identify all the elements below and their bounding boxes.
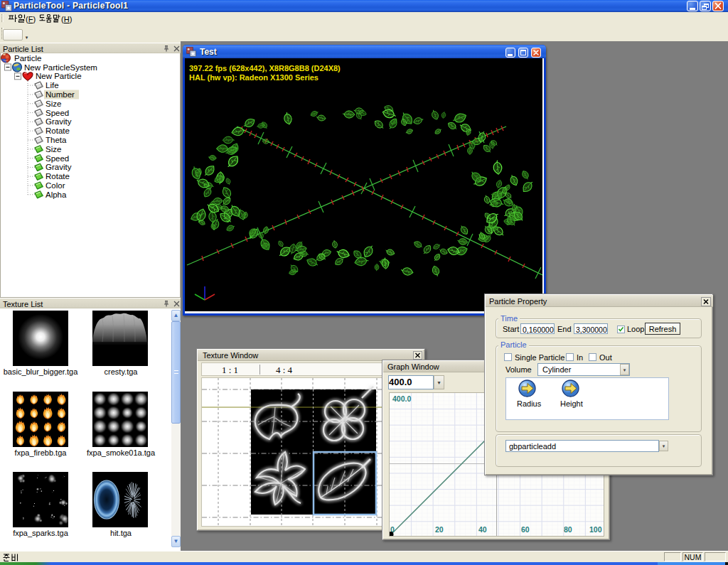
svg-text:40: 40 [478, 525, 487, 534]
svg-text:60: 60 [521, 525, 530, 534]
svg-text:Speed: Speed [46, 109, 69, 117]
svg-text:Rotate: Rotate [46, 172, 70, 181]
svg-text:Alpha: Alpha [46, 190, 67, 199]
svg-text:100: 100 [589, 525, 602, 534]
svg-text:80: 80 [564, 525, 572, 534]
svg-text:Gravity: Gravity [46, 163, 72, 171]
svg-text:400.0: 400.0 [392, 394, 411, 403]
svg-text:20: 20 [435, 525, 444, 534]
svg-text:Color: Color [46, 181, 65, 190]
svg-text:Rotate: Rotate [46, 127, 70, 135]
svg-text:Particle: Particle [14, 54, 41, 63]
svg-text:Life: Life [46, 81, 59, 90]
svg-text:Speed: Speed [46, 154, 69, 163]
svg-text:Theta: Theta [46, 136, 67, 144]
svg-text:Size: Size [46, 145, 61, 154]
svg-text:New ParticleSystem: New ParticleSystem [24, 63, 97, 72]
svg-text:Gravity: Gravity [46, 117, 72, 126]
svg-text:Number: Number [46, 90, 75, 99]
svg-text:New Particle: New Particle [36, 72, 82, 80]
svg-text:Size: Size [46, 99, 61, 108]
